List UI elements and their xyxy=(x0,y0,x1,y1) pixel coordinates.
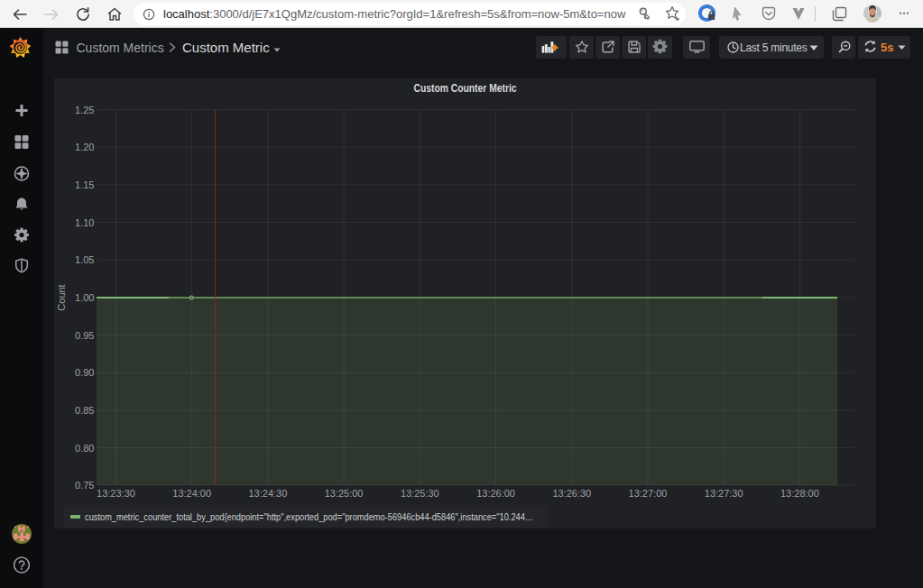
svg-text:13:27:30: 13:27:30 xyxy=(705,488,743,499)
svg-text:13:25:00: 13:25:00 xyxy=(325,488,364,499)
svg-text:13:23:30: 13:23:30 xyxy=(97,488,135,499)
svg-text:0.90: 0.90 xyxy=(75,367,94,378)
svg-text:0.75: 0.75 xyxy=(75,480,94,491)
svg-text:1.05: 1.05 xyxy=(75,254,94,265)
svg-text:13:24:00: 13:24:00 xyxy=(172,488,211,499)
svg-text:13:28:00: 13:28:00 xyxy=(780,488,819,499)
svg-text:13:26:00: 13:26:00 xyxy=(476,488,515,499)
svg-text:13:25:30: 13:25:30 xyxy=(401,488,439,499)
svg-text:1.25: 1.25 xyxy=(75,105,94,115)
svg-text:1.10: 1.10 xyxy=(75,217,94,228)
svg-text:0.95: 0.95 xyxy=(75,330,94,341)
svg-text:Count: Count xyxy=(56,284,67,310)
svg-text:1.00: 1.00 xyxy=(75,292,94,303)
svg-text:1.20: 1.20 xyxy=(75,142,94,152)
svg-text:13:24:30: 13:24:30 xyxy=(248,488,287,499)
svg-text:1.15: 1.15 xyxy=(75,179,94,190)
svg-text:13:26:30: 13:26:30 xyxy=(552,488,591,499)
svg-text:0.85: 0.85 xyxy=(75,405,94,416)
svg-text:0.80: 0.80 xyxy=(75,443,94,454)
svg-text:13:27:00: 13:27:00 xyxy=(629,488,668,499)
